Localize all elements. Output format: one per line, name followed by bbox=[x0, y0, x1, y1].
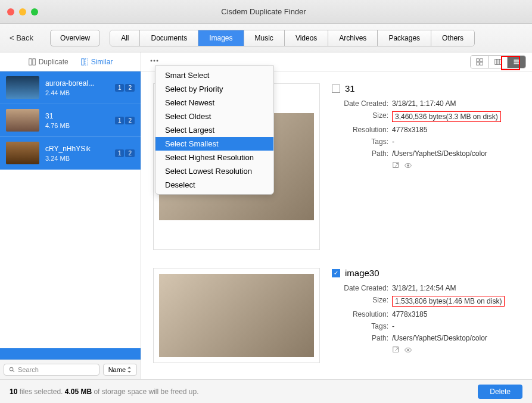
svg-rect-14 bbox=[497, 59, 499, 64]
svg-point-24 bbox=[407, 349, 409, 351]
badge-count: 1 bbox=[115, 84, 125, 92]
view-grid-button[interactable] bbox=[471, 56, 489, 68]
svg-rect-0 bbox=[29, 58, 31, 65]
file-size: 3.24 MB bbox=[45, 155, 109, 162]
toolbar: < Back Overview All Documents Images Mus… bbox=[0, 24, 532, 52]
svg-line-5 bbox=[13, 370, 14, 372]
file-path: /Users/YaphetS/Desktop/color bbox=[392, 149, 487, 158]
menu-select-priority[interactable]: Select by Priority bbox=[155, 82, 273, 96]
svg-rect-2 bbox=[81, 58, 83, 65]
select-checkbox[interactable] bbox=[332, 269, 340, 277]
svg-point-4 bbox=[10, 367, 13, 371]
svg-rect-9 bbox=[477, 58, 480, 61]
view-columns-button[interactable] bbox=[489, 56, 508, 68]
view-list-button[interactable] bbox=[508, 56, 525, 68]
menu-select-newest[interactable]: Select Newest bbox=[155, 96, 273, 110]
file-name: 31 bbox=[45, 112, 109, 120]
file-name: aurora-boreal... bbox=[45, 79, 109, 88]
image-preview bbox=[153, 268, 320, 363]
sidebar: Duplicate Similar aurora-boreal... 2.44 … bbox=[0, 52, 141, 379]
menu-select-largest[interactable]: Select Largest bbox=[155, 123, 273, 137]
file-list: aurora-boreal... 2.44 MB 1 2 31 4.76 MB … bbox=[0, 71, 141, 360]
resolution: 4778x3185 bbox=[392, 126, 427, 134]
quicklook-icon[interactable] bbox=[404, 161, 412, 170]
view-toggle bbox=[470, 55, 526, 68]
footer: 10 files selected. 4.05 MB of storage sp… bbox=[0, 379, 532, 403]
delete-button[interactable]: Delete bbox=[478, 385, 522, 399]
svg-point-7 bbox=[154, 60, 155, 61]
tags: - bbox=[392, 138, 394, 146]
resolution: 4778x3185 bbox=[392, 310, 427, 318]
overview-button[interactable]: Overview bbox=[50, 30, 100, 46]
file-size-value: 1,533,806 bytes(1.46 MB on disk) bbox=[392, 296, 505, 307]
file-item[interactable]: aurora-boreal... 2.44 MB 1 2 bbox=[0, 71, 141, 104]
quicklook-icon[interactable] bbox=[404, 346, 412, 354]
menu-select-smallest[interactable]: Select Smallest bbox=[155, 137, 273, 151]
menu-select-highest-res[interactable]: Select Highest Resolution bbox=[155, 151, 273, 164]
sidebar-tab-similar[interactable]: Similar bbox=[80, 58, 113, 66]
badge-count: 2 bbox=[125, 84, 135, 92]
file-item[interactable]: 31 4.76 MB 1 2 bbox=[0, 104, 141, 137]
reveal-icon[interactable] bbox=[392, 161, 400, 170]
thumbnail bbox=[6, 76, 39, 99]
menu-select-oldest[interactable]: Select Oldest bbox=[155, 110, 273, 123]
badge-count: 1 bbox=[115, 149, 125, 157]
thumbnail bbox=[6, 142, 39, 164]
search-icon bbox=[9, 367, 15, 373]
svg-rect-13 bbox=[495, 59, 497, 64]
file-path: /Users/YaphetS/Desktop/color bbox=[392, 334, 487, 342]
sort-button[interactable]: Name bbox=[103, 364, 137, 376]
tab-archives[interactable]: Archives bbox=[328, 30, 378, 46]
svg-point-8 bbox=[157, 60, 158, 61]
footer-status: 10 files selected. 4.05 MB of storage sp… bbox=[10, 388, 199, 396]
item-title: image30 bbox=[345, 268, 379, 278]
tab-others[interactable]: Others bbox=[431, 30, 474, 46]
menu-deselect[interactable]: Deselect bbox=[155, 178, 273, 192]
tab-videos[interactable]: Videos bbox=[285, 30, 328, 46]
tab-documents[interactable]: Documents bbox=[140, 30, 198, 46]
file-size: 4.76 MB bbox=[45, 122, 109, 129]
svg-rect-10 bbox=[480, 58, 483, 61]
file-name: cRY_nHhYSik bbox=[45, 145, 109, 153]
date-created: 3/18/21, 1:24:54 AM bbox=[392, 284, 456, 292]
select-checkbox[interactable] bbox=[332, 85, 340, 93]
reveal-icon[interactable] bbox=[392, 346, 400, 354]
search-input[interactable]: Search bbox=[4, 364, 99, 376]
window-title: Cisdem Duplicate Finder bbox=[2, 7, 525, 16]
svg-rect-11 bbox=[477, 62, 480, 65]
menu-select-lowest-res[interactable]: Select Lowest Resolution bbox=[155, 164, 273, 178]
svg-point-21 bbox=[407, 164, 409, 167]
badge-count: 2 bbox=[125, 117, 135, 124]
badge-count: 1 bbox=[115, 117, 125, 124]
tab-packages[interactable]: Packages bbox=[378, 30, 431, 46]
menu-smart-select[interactable]: Smart Select bbox=[155, 68, 273, 82]
back-button[interactable]: < Back bbox=[10, 33, 33, 42]
badge-count: 2 bbox=[125, 149, 135, 157]
svg-rect-12 bbox=[480, 62, 483, 65]
tags: - bbox=[392, 322, 394, 330]
svg-point-6 bbox=[151, 60, 153, 61]
duplicate-icon bbox=[28, 58, 36, 66]
select-menu: Smart Select Select by Priority Select N… bbox=[155, 65, 274, 195]
svg-rect-1 bbox=[33, 58, 35, 65]
category-tabs: All Documents Images Music Videos Archiv… bbox=[110, 30, 475, 46]
svg-rect-15 bbox=[499, 59, 501, 64]
item-title: 31 bbox=[345, 83, 355, 93]
sort-arrows-icon bbox=[127, 367, 132, 373]
similar-icon bbox=[80, 58, 89, 66]
titlebar: Cisdem Duplicate Finder bbox=[0, 0, 532, 24]
tab-images[interactable]: Images bbox=[198, 30, 244, 46]
tab-all[interactable]: All bbox=[110, 30, 140, 46]
tab-music[interactable]: Music bbox=[244, 30, 285, 46]
date-created: 3/18/21, 1:17:40 AM bbox=[392, 99, 456, 108]
file-item[interactable]: cRY_nHhYSik 3.24 MB 1 2 bbox=[0, 137, 141, 170]
svg-rect-3 bbox=[85, 58, 88, 65]
file-size: 2.44 MB bbox=[45, 89, 109, 96]
detail-item: image30 Date Created:3/18/21, 1:24:54 AM… bbox=[153, 268, 520, 363]
thumbnail bbox=[6, 109, 39, 132]
sidebar-tab-duplicate[interactable]: Duplicate bbox=[28, 58, 69, 66]
file-size-value: 3,460,536 bytes(3.3 MB on disk) bbox=[392, 111, 501, 122]
